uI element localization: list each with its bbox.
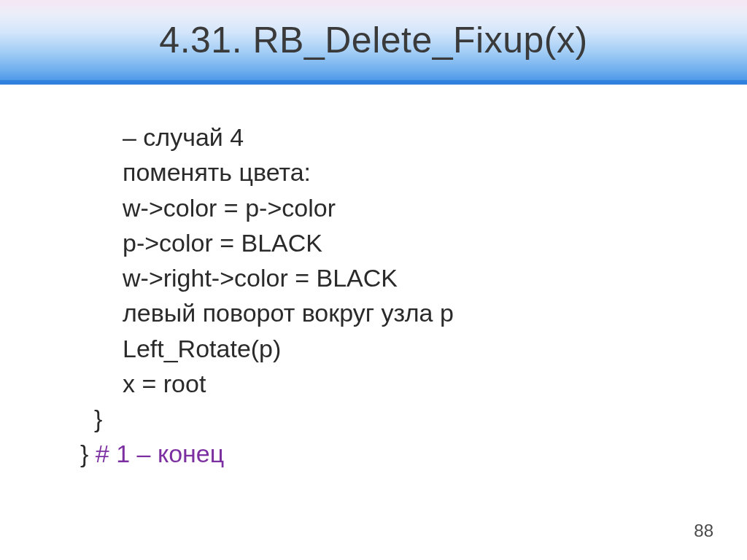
code-line: } [80,401,696,436]
code-line: поменять цвета: [80,155,696,190]
code-line: левый поворот вокруг узла p [80,295,696,330]
code-line: } # 1 – конец [80,436,696,471]
code-text [80,405,94,432]
code-line: w->color = p->color [80,190,696,225]
slide-title: 4.31. RB_Delete_Fixup(x) [159,19,587,61]
code-line: – случай 4 [80,120,696,155]
code-line: p->color = BLACK [80,225,696,260]
code-text: } [94,405,102,432]
slide: 4.31. RB_Delete_Fixup(x) – случай 4 поме… [0,0,747,560]
brace: } [80,440,96,467]
comment-text: # 1 – конец [96,440,224,467]
code-line: Left_Rotate(p) [80,331,696,366]
page-number: 88 [694,521,713,541]
title-bar: 4.31. RB_Delete_Fixup(x) [0,0,747,85]
code-line: x = root [80,366,696,401]
slide-body: – случай 4 поменять цвета: w->color = p-… [0,85,747,472]
code-line: w->right->color = BLACK [80,260,696,295]
